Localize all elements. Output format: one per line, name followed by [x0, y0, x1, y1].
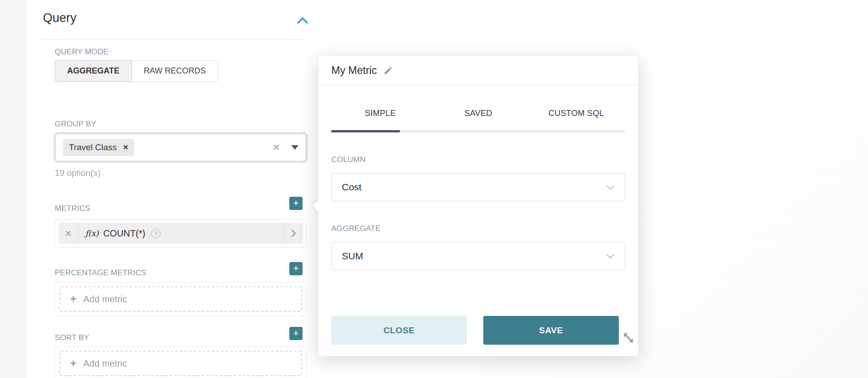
remove-tag-icon[interactable]: ✕	[123, 143, 129, 152]
tab-simple[interactable]: SIMPLE	[331, 109, 429, 118]
plus-icon: +	[70, 357, 76, 370]
percentage-metrics-label: PERCENTAGE METRICS	[55, 268, 146, 278]
left-gutter	[0, 0, 26, 378]
chevron-up-icon	[297, 16, 309, 26]
group-by-select[interactable]: Travel Class ✕ ✕	[55, 133, 307, 162]
add-sort-by-button[interactable]: +	[289, 327, 303, 340]
popover-resize-corner[interactable]	[622, 331, 635, 345]
title-divider	[40, 40, 309, 40]
query-mode-toggle: AGGREGATE RAW RECORDS	[55, 60, 218, 82]
plus-icon: +	[293, 262, 299, 274]
popover-footer: CLOSE SAVE	[331, 316, 619, 345]
aggregate-label: AGGREGATE	[331, 224, 625, 233]
query-control-panel: Query QUERY MODE AGGREGATE RAW RECORDS G…	[26, 0, 320, 378]
resize-diagonal-icon	[622, 331, 635, 345]
group-by-options-hint: 19 option(s)	[55, 168, 100, 178]
metric-title: My Metric	[331, 64, 377, 77]
add-metric-placeholder: Add metric	[83, 358, 127, 369]
add-percentage-metric-button[interactable]: +	[289, 262, 303, 275]
sort-by-label: SORT BY	[55, 333, 89, 342]
caret-down-icon[interactable]	[291, 145, 298, 150]
close-button[interactable]: CLOSE	[331, 316, 467, 345]
pencil-icon	[383, 66, 393, 75]
column-select-value: Cost	[342, 182, 361, 193]
chevron-down-icon	[606, 254, 615, 259]
chart-builder-screen: Query QUERY MODE AGGREGATE RAW RECORDS G…	[0, 0, 868, 378]
function-icon: ƒ(x)	[85, 229, 99, 238]
collapse-section-button[interactable]	[297, 16, 309, 26]
tab-saved[interactable]: SAVED	[429, 109, 528, 118]
plus-icon: +	[293, 197, 299, 209]
edit-title-button[interactable]	[383, 66, 393, 75]
add-metric-placeholder: Add metric	[83, 294, 127, 304]
sort-by-container: + Add metric	[55, 346, 307, 378]
popover-body: SIMPLE SAVED CUSTOM SQL COLUMN Cost AGGR…	[319, 109, 638, 270]
add-metric-popover-button[interactable]: +	[289, 197, 303, 210]
clear-select-icon[interactable]: ✕	[272, 142, 280, 153]
aggregate-select[interactable]: SUM	[331, 242, 625, 270]
chevron-right-icon	[291, 229, 296, 237]
column-label: COLUMN	[331, 155, 625, 164]
remove-metric-icon[interactable]: ✕	[58, 223, 78, 244]
metric-type-tabs: SIMPLE SAVED CUSTOM SQL	[331, 109, 625, 118]
group-by-label: GROUP BY	[55, 120, 96, 129]
group-by-tag: Travel Class ✕	[63, 139, 134, 156]
query-section-title: Query	[43, 11, 77, 25]
expand-metric-button[interactable]	[284, 223, 303, 244]
tab-custom-sql[interactable]: CUSTOM SQL	[527, 109, 625, 118]
group-by-tag-label: Travel Class	[69, 142, 117, 152]
raw-records-mode-button[interactable]: RAW RECORDS	[132, 60, 218, 82]
aggregate-mode-button[interactable]: AGGREGATE	[55, 60, 132, 82]
column-select[interactable]: Cost	[331, 173, 625, 201]
metrics-container: ✕ ƒ(x) COUNT(*) ?	[55, 219, 307, 247]
add-percentage-metric-dropzone[interactable]: + Add metric	[59, 286, 302, 312]
question-circle-icon: ?	[151, 229, 161, 238]
popover-header: My Metric	[319, 56, 638, 85]
plus-icon: +	[293, 327, 299, 339]
add-sort-metric-dropzone[interactable]: + Add metric	[59, 351, 302, 376]
chevron-down-icon	[606, 185, 615, 190]
active-tab-indicator	[331, 130, 400, 132]
metric-pill[interactable]: ✕ ƒ(x) COUNT(*) ?	[58, 223, 303, 244]
percentage-metrics-container: + Add metric	[55, 282, 307, 316]
query-mode-label: QUERY MODE	[55, 47, 109, 57]
plus-icon: +	[70, 293, 76, 305]
tab-track	[331, 130, 625, 132]
metrics-label: METRICS	[55, 204, 90, 213]
aggregate-select-value: SUM	[342, 251, 363, 262]
save-button[interactable]: SAVE	[483, 316, 619, 345]
metric-editor-popover: My Metric SIMPLE SAVED CUSTOM SQL COLUMN…	[319, 56, 638, 356]
metric-name: COUNT(*)	[103, 228, 145, 239]
